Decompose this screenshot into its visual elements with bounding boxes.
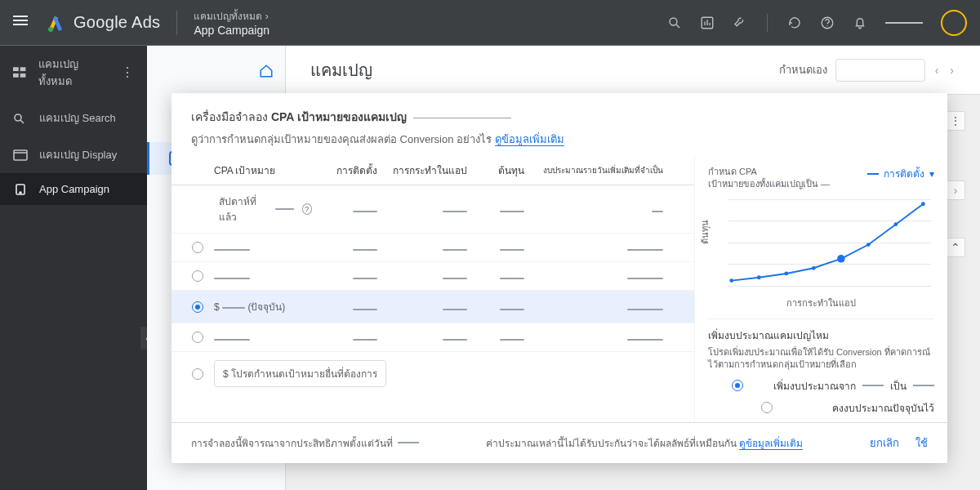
divider: [767, 14, 768, 32]
apply-button[interactable]: ใช้: [915, 434, 928, 452]
breadcrumb-top: แคมเปญทั้งหมด ›: [194, 8, 270, 24]
learn-more-link[interactable]: ดูข้อมูลเพิ่มเติม: [495, 133, 564, 146]
svg-point-20: [757, 275, 761, 279]
card-menu-icon[interactable]: ⋮: [946, 111, 965, 131]
cancel-button[interactable]: ยกเลิก: [870, 434, 899, 452]
google-ads-logo: [46, 13, 65, 33]
prev-period-button[interactable]: ‹: [933, 64, 941, 77]
table-row-current[interactable]: $ (ปัจจุบัน): [172, 291, 694, 323]
tools-icon[interactable]: [733, 16, 747, 30]
svg-point-26: [921, 202, 925, 206]
svg-point-22: [812, 266, 816, 270]
col-installs: การติดตั้ง: [312, 163, 377, 178]
budget-section: เพิ่มงบประมาณแคมเปญไหม โปรดเพิ่มงบประมาณ…: [708, 318, 934, 416]
breadcrumb-sub: App Campaign: [194, 24, 270, 37]
radio-option[interactable]: [192, 242, 203, 253]
search-icon[interactable]: [667, 16, 682, 30]
modal-footer: การจำลองนี้พิจารณาจากประสิทธิภาพตั้งแต่ว…: [172, 422, 947, 463]
page-title: แคมเปญ: [310, 57, 372, 83]
svg-point-13: [15, 114, 21, 121]
radio-option-selected[interactable]: [192, 301, 203, 313]
row-last-week: สัปดาห์ที่แล้ว?: [172, 185, 694, 234]
chart-panel: กำหนด CPA เป้าหมายของทั้งแคมเปญเป็น — กา…: [694, 156, 947, 422]
nav-search-campaign[interactable]: แคมเปญ Search: [0, 100, 147, 136]
budget-title: เพิ่มงบประมาณแคมเปญไหม: [708, 327, 934, 343]
left-nav: แคมเปญทั้งหมด ⋮ แคมเปญ Search แคมเปญ Dis…: [0, 46, 147, 490]
simulator-table: CPA เป้าหมาย การติดตั้ง การกระทำในแอป ต้…: [172, 156, 694, 422]
search-campaign-icon: [13, 113, 28, 124]
svg-point-0: [48, 27, 53, 32]
card-next-icon[interactable]: ›: [946, 180, 965, 200]
avatar[interactable]: [941, 10, 967, 36]
table-row[interactable]: [172, 234, 694, 262]
date-range-select[interactable]: [835, 59, 925, 82]
custom-target-input[interactable]: $ โปรดกำหนดเป้าหมายอื่นที่ต้องการ: [214, 360, 386, 387]
brand-text: Google Ads: [74, 13, 160, 32]
breadcrumb[interactable]: แคมเปญทั้งหมด › App Campaign: [194, 8, 270, 37]
budget-option-increase[interactable]: เพิ่มงบประมาณจากเป็น: [708, 378, 934, 394]
svg-point-21: [784, 271, 788, 275]
chevron-down-icon: ▾: [929, 168, 934, 180]
reports-icon[interactable]: [700, 16, 715, 30]
nav-display-campaign[interactable]: แคมเปญ Display: [0, 136, 147, 173]
grid-icon: [13, 67, 27, 78]
chart-head-1: กำหนด CPA: [708, 166, 830, 178]
radio-selected[interactable]: [732, 380, 743, 391]
cpa-simulator-modal: เครื่องมือจำลอง CPA เป้าหมายของแคมเปญ ดู…: [172, 93, 947, 463]
chart-metric-select[interactable]: การติดตั้ง ▾: [867, 166, 934, 181]
help-icon[interactable]: ?: [302, 203, 312, 215]
divider: [176, 11, 177, 35]
nav-label: แคมเปญ Display: [39, 146, 117, 163]
nav-label: แคมเปญ Search: [39, 109, 116, 127]
nav-app-campaign[interactable]: App Campaign: [0, 173, 147, 205]
help-icon[interactable]: [820, 16, 835, 30]
more-icon[interactable]: ⋮: [121, 66, 134, 79]
svg-rect-9: [13, 67, 19, 71]
account-placeholder[interactable]: [885, 22, 923, 24]
refresh-icon[interactable]: [787, 16, 802, 30]
chart-head-2: เป้าหมายของทั้งแคมเปญเป็น —: [708, 178, 830, 190]
svg-point-18: [20, 192, 21, 194]
modal-title: เครื่องมือจำลอง CPA เป้าหมายของแคมเปญ: [191, 108, 928, 126]
radio-option[interactable]: [192, 332, 203, 343]
svg-point-19: [729, 278, 733, 283]
page-header: แคมเปญ กำหนดเอง ‹ ›: [286, 46, 980, 95]
table-row[interactable]: [172, 323, 694, 352]
svg-line-2: [676, 24, 679, 28]
svg-rect-15: [14, 150, 27, 160]
svg-point-1: [670, 18, 677, 25]
col-extra-budget: งบประมาณรายวันเพิ่มเติมที่จำเป็น: [524, 164, 663, 176]
col-target-cpa: CPA เป้าหมาย: [214, 163, 312, 178]
col-cost: ต้นทุน: [467, 163, 524, 178]
home-icon[interactable]: [259, 64, 274, 78]
nav-all-campaigns[interactable]: แคมเปญทั้งหมด ⋮: [0, 46, 147, 100]
footer-learn-link[interactable]: ดูข้อมูลเพิ่มเติม: [739, 438, 803, 450]
modal-description: ดูว่าการกำหนดกลุ่มเป้าหมายของคุณส่งผลต่อ…: [191, 131, 928, 148]
svg-rect-11: [13, 74, 19, 78]
radio-option[interactable]: [192, 270, 203, 282]
next-period-button[interactable]: ›: [948, 64, 956, 77]
card-expand-icon[interactable]: ⌃: [946, 238, 965, 257]
svg-rect-12: [20, 74, 26, 78]
legend-line-icon: [867, 173, 879, 175]
svg-line-14: [20, 120, 24, 123]
topbar: Google Ads แคมเปญทั้งหมด › App Campaign: [0, 0, 980, 46]
radio-option[interactable]: [192, 368, 203, 380]
footer-left: การจำลองนี้พิจารณาจากประสิทธิภาพตั้งแต่ว…: [191, 435, 393, 451]
col-in-app: การกระทำในแอป: [377, 163, 467, 178]
budget-option-keep[interactable]: คงงบประมาณปัจจุบันไว้: [708, 400, 934, 416]
chart-xlabel: การกระทำในแอป: [708, 296, 934, 310]
nav-label: App Campaign: [39, 183, 109, 195]
radio-option[interactable]: [761, 402, 773, 413]
svg-point-23: [837, 255, 845, 263]
line-chart: ต้นทุน: [708, 196, 934, 294]
footer-disclaimer: ค่าประมาณเหล่านี้ไม่ได้รับประกันว่าจะได้…: [486, 438, 739, 449]
table-row-custom[interactable]: $ โปรดกำหนดเป้าหมายอื่นที่ต้องการ: [172, 352, 694, 395]
table-row[interactable]: [172, 262, 694, 291]
svg-point-8: [826, 25, 827, 26]
menu-icon[interactable]: [13, 13, 33, 33]
display-icon: [13, 149, 28, 161]
topbar-actions: [667, 10, 967, 36]
notifications-icon[interactable]: [853, 16, 867, 30]
svg-rect-10: [20, 67, 26, 71]
